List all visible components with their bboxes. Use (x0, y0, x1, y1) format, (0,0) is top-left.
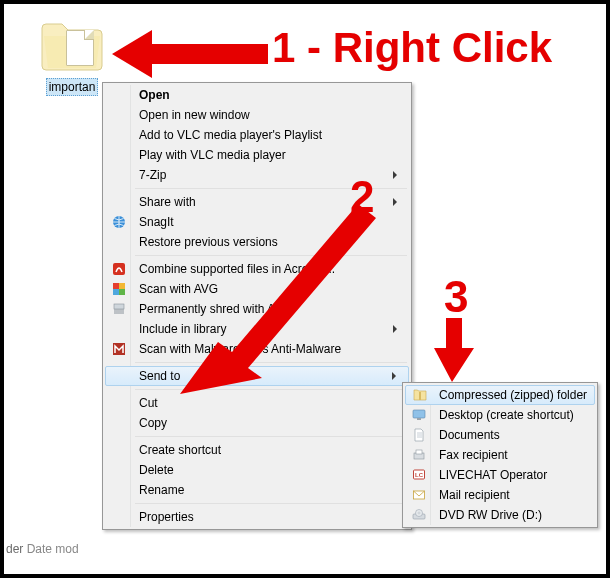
menu-item-send-to[interactable]: Send to (105, 366, 409, 386)
menu-item-label: Compressed (zipped) folder (439, 388, 587, 402)
menu-item-label: Fax recipient (439, 448, 508, 462)
document-overlay-icon (66, 30, 94, 66)
send-to-submenu[interactable]: Compressed (zipped) folder Desktop (crea… (402, 382, 598, 528)
explorer-window: importan der Date mod Open Open in new w… (4, 4, 606, 574)
folder-item[interactable]: importan (32, 20, 112, 96)
status-bar-fragment: der Date mod (6, 542, 83, 556)
submenu-item-compressed-folder[interactable]: Compressed (zipped) folder (405, 385, 595, 405)
menu-item-create-shortcut[interactable]: Create shortcut (105, 440, 409, 460)
menu-item-label: Delete (139, 463, 174, 477)
svg-rect-6 (114, 304, 124, 309)
context-menu[interactable]: Open Open in new window Add to VLC media… (102, 82, 412, 530)
fax-icon (411, 447, 427, 463)
menu-item-label: Create shortcut (139, 443, 221, 457)
folder-label: importan (46, 78, 99, 96)
menu-item-include-library[interactable]: Include in library (105, 319, 409, 339)
menu-item-label: Scan with Malwarebytes Anti-Malware (139, 342, 341, 356)
menu-item-delete[interactable]: Delete (105, 460, 409, 480)
submenu-item-livechat[interactable]: LC LIVECHAT Operator (405, 465, 595, 485)
menu-item-properties[interactable]: Properties (105, 507, 409, 527)
menu-item-label: 7-Zip (139, 168, 166, 182)
svg-rect-1 (113, 263, 125, 275)
submenu-item-desktop-shortcut[interactable]: Desktop (create shortcut) (405, 405, 595, 425)
menu-item-copy[interactable]: Copy (105, 413, 409, 433)
status-prefix: der (6, 542, 23, 556)
context-menu-list: Open Open in new window Add to VLC media… (105, 85, 409, 527)
menu-item-label: DVD RW Drive (D:) (439, 508, 542, 522)
menu-item-label: Share with (139, 195, 196, 209)
svg-rect-2 (113, 283, 119, 289)
menu-item-label: Documents (439, 428, 500, 442)
menu-separator (135, 362, 407, 363)
menu-item-acrobat-combine[interactable]: Combine supported files in Acrobat... (105, 259, 409, 279)
menu-item-label: Play with VLC media player (139, 148, 286, 162)
annotation-step-1: 1 - Right Click (272, 24, 552, 72)
menu-item-cut[interactable]: Cut (105, 393, 409, 413)
menu-item-vlc-playlist[interactable]: Add to VLC media player's Playlist (105, 125, 409, 145)
svg-rect-5 (119, 289, 125, 295)
menu-item-label: Desktop (create shortcut) (439, 408, 574, 422)
desktop-icon (411, 407, 427, 423)
document-icon (411, 427, 427, 443)
svg-marker-21 (434, 318, 474, 382)
menu-item-label: Add to VLC media player's Playlist (139, 128, 322, 142)
svg-rect-10 (417, 418, 421, 420)
menu-item-open[interactable]: Open (105, 85, 409, 105)
snagit-icon (111, 214, 127, 230)
svg-marker-19 (112, 30, 268, 78)
mail-icon (411, 487, 427, 503)
menu-item-vlc-play[interactable]: Play with VLC media player (105, 145, 409, 165)
menu-item-label: LIVECHAT Operator (439, 468, 547, 482)
acrobat-icon (111, 261, 127, 277)
menu-item-label: Send to (139, 369, 180, 383)
menu-item-label: Scan with AVG (139, 282, 218, 296)
menu-item-rename[interactable]: Rename (105, 480, 409, 500)
menu-separator (135, 503, 407, 504)
menu-item-label: Open (139, 88, 170, 102)
annotation-step-3: 3 (444, 272, 468, 322)
menu-item-avg-shred[interactable]: Permanently shred with AVG (105, 299, 409, 319)
menu-item-label: Mail recipient (439, 488, 510, 502)
menu-item-label: Combine supported files in Acrobat... (139, 262, 335, 276)
svg-rect-4 (113, 289, 119, 295)
menu-item-label: Permanently shred with AVG (139, 302, 292, 316)
submenu-list: Compressed (zipped) folder Desktop (crea… (405, 385, 595, 525)
svg-rect-9 (413, 410, 425, 418)
menu-item-label: Include in library (139, 322, 226, 336)
livechat-icon: LC (411, 467, 427, 483)
explorer-content-pane[interactable]: importan der Date mod Open Open in new w… (4, 4, 606, 574)
menu-separator (135, 436, 407, 437)
menu-item-open-new-window[interactable]: Open in new window (105, 105, 409, 125)
svg-text:LC: LC (415, 472, 424, 478)
menu-item-label: Properties (139, 510, 194, 524)
menu-item-label: Copy (139, 416, 167, 430)
submenu-item-fax-recipient[interactable]: Fax recipient (405, 445, 595, 465)
svg-point-18 (418, 512, 420, 514)
malwarebytes-icon (111, 341, 127, 357)
menu-separator (135, 389, 407, 390)
menu-item-label: Cut (139, 396, 158, 410)
submenu-item-mail-recipient[interactable]: Mail recipient (405, 485, 595, 505)
menu-item-avg-scan[interactable]: Scan with AVG (105, 279, 409, 299)
dvd-drive-icon (411, 507, 427, 523)
submenu-item-documents[interactable]: Documents (405, 425, 595, 445)
menu-separator (135, 255, 407, 256)
menu-item-label: Rename (139, 483, 184, 497)
menu-item-restore-versions[interactable]: Restore previous versions (105, 232, 409, 252)
annotation-step-2: 2 (350, 172, 374, 222)
submenu-item-dvd-drive[interactable]: DVD RW Drive (D:) (405, 505, 595, 525)
avg-icon (111, 281, 127, 297)
status-label: Date mod (27, 542, 79, 556)
menu-item-malwarebytes[interactable]: Scan with Malwarebytes Anti-Malware (105, 339, 409, 359)
menu-item-label: Restore previous versions (139, 235, 278, 249)
svg-rect-3 (119, 283, 125, 289)
menu-item-label: Open in new window (139, 108, 250, 122)
zip-folder-icon (412, 387, 428, 403)
shred-icon (111, 301, 127, 317)
menu-item-label: SnagIt (139, 215, 174, 229)
svg-rect-12 (416, 450, 422, 454)
svg-rect-8 (419, 392, 421, 400)
